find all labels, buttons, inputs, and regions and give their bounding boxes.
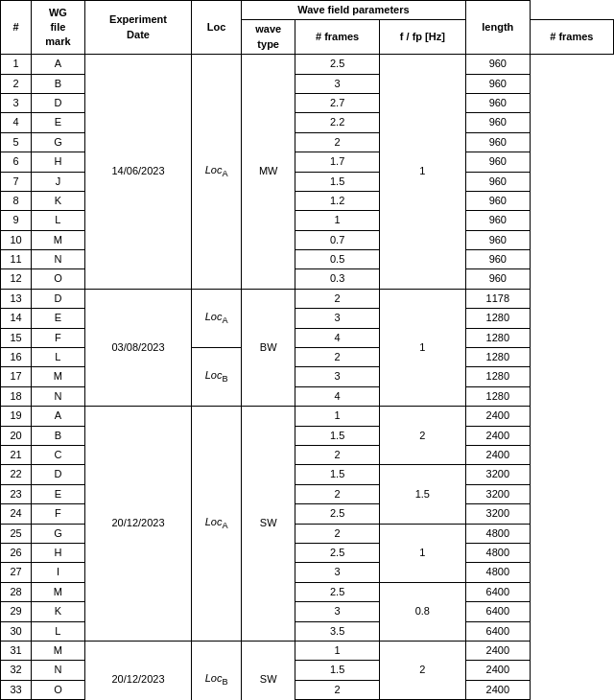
cell-wg: L	[32, 621, 85, 641]
cell-wg: M	[32, 582, 85, 601]
cell-f-fp: 1	[379, 55, 465, 290]
cell-wg: D	[32, 465, 85, 484]
cell-wave-frames: 4	[295, 386, 379, 406]
cell-length: 960	[465, 211, 530, 230]
cell-id: 8	[1, 191, 32, 210]
cell-id: 19	[1, 407, 32, 426]
cell-id: 5	[1, 132, 32, 152]
cell-wg: A	[32, 407, 85, 426]
cell-f-fp: 2	[379, 641, 465, 699]
cell-wg: O	[32, 269, 85, 289]
cell-wg: O	[32, 680, 85, 699]
cell-length: 1280	[465, 328, 530, 347]
cell-wg: M	[32, 367, 85, 386]
cell-id: 23	[1, 484, 32, 503]
cell-id: 21	[1, 445, 32, 464]
header-length-frames: # frames	[530, 20, 613, 55]
data-table: # WGfilemark ExperimentDate Loc Wave fie…	[0, 0, 614, 700]
cell-length: 960	[465, 172, 530, 191]
cell-date: 03/08/2023	[84, 289, 192, 406]
cell-id: 16	[1, 348, 32, 367]
cell-wave-frames: 2	[295, 524, 379, 543]
cell-wg: K	[32, 191, 85, 210]
cell-id: 1	[1, 55, 32, 74]
cell-id: 18	[1, 386, 32, 406]
cell-id: 6	[1, 152, 32, 172]
cell-wave-frames: 1	[295, 641, 379, 660]
cell-length: 1280	[465, 367, 530, 386]
cell-length: 2400	[465, 426, 530, 445]
cell-id: 9	[1, 211, 32, 230]
cell-wave-frames: 3	[295, 602, 379, 621]
cell-wave-frames: 1.5	[295, 172, 379, 191]
cell-length: 1280	[465, 348, 530, 367]
cell-wg: A	[32, 55, 85, 74]
cell-id: 24	[1, 504, 32, 524]
cell-wg: H	[32, 152, 85, 172]
cell-length: 2400	[465, 407, 530, 426]
cell-id: 31	[1, 641, 32, 660]
cell-length: 1280	[465, 309, 530, 328]
table-row: 31M20/12/2023LocBSW122400	[1, 641, 614, 660]
cell-length: 3200	[465, 484, 530, 503]
cell-wg: D	[32, 93, 85, 112]
cell-wave-frames: 1.5	[295, 465, 379, 484]
cell-length: 4800	[465, 543, 530, 562]
cell-length: 1178	[465, 289, 530, 308]
cell-length: 960	[465, 191, 530, 210]
header-loc: Loc	[192, 1, 242, 55]
header-wave-params: Wave field parameters	[241, 1, 465, 20]
cell-wave-frames: 4	[295, 328, 379, 347]
cell-wg: N	[32, 661, 85, 680]
cell-wave-frames: 1.2	[295, 191, 379, 210]
header-date: ExperimentDate	[84, 1, 192, 55]
cell-wave-frames: 1	[295, 407, 379, 426]
cell-id: 3	[1, 93, 32, 112]
cell-wave-frames: 3	[295, 309, 379, 328]
cell-wg: C	[32, 445, 85, 464]
cell-wg: E	[32, 113, 85, 132]
cell-wave-frames: 2.5	[295, 55, 379, 74]
cell-f-fp: 1	[379, 524, 465, 582]
cell-id: 14	[1, 309, 32, 328]
cell-wg: F	[32, 328, 85, 347]
cell-wave-frames: 3.5	[295, 621, 379, 641]
cell-wg: D	[32, 289, 85, 308]
cell-f-fp: 2	[379, 407, 465, 465]
cell-wave-frames: 2	[295, 132, 379, 152]
cell-id: 15	[1, 328, 32, 347]
cell-id: 22	[1, 465, 32, 484]
cell-length: 2400	[465, 680, 530, 699]
cell-wave-frames: 2.5	[295, 543, 379, 562]
cell-loc: LocA	[192, 407, 242, 642]
cell-length: 960	[465, 113, 530, 132]
cell-length: 2400	[465, 641, 530, 660]
cell-wave-frames: 3	[295, 74, 379, 93]
cell-wg: L	[32, 348, 85, 367]
cell-wave-frames: 3	[295, 563, 379, 582]
cell-id: 11	[1, 250, 32, 269]
cell-id: 29	[1, 602, 32, 621]
cell-length: 960	[465, 250, 530, 269]
cell-wave-type: SW	[241, 641, 295, 700]
table-row: 13D03/08/2023LocABW211178	[1, 289, 614, 308]
cell-loc: LocA	[192, 55, 242, 290]
cell-length: 960	[465, 230, 530, 249]
cell-date: 14/06/2023	[84, 55, 192, 290]
cell-loc: LocB	[192, 641, 242, 700]
cell-length: 960	[465, 152, 530, 172]
cell-f-fp: 0.8	[379, 582, 465, 641]
cell-length: 4800	[465, 524, 530, 543]
cell-length: 960	[465, 269, 530, 289]
cell-wave-frames: 2.2	[295, 113, 379, 132]
cell-wg: M	[32, 641, 85, 660]
cell-id: 7	[1, 172, 32, 191]
cell-id: 12	[1, 269, 32, 289]
header-wg: WGfilemark	[32, 1, 85, 55]
cell-wave-type: SW	[241, 407, 295, 642]
cell-wg: B	[32, 426, 85, 445]
cell-id: 25	[1, 524, 32, 543]
cell-wg: H	[32, 543, 85, 562]
header-length: length	[465, 1, 530, 55]
cell-loc: LocB	[192, 348, 242, 407]
